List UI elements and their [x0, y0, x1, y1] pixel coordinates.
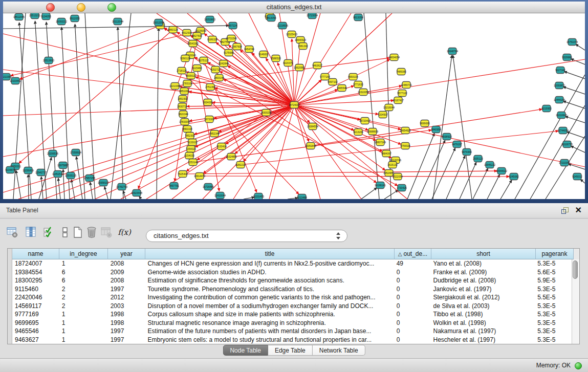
table-row[interactable]: 969969511998Structural magnetic resonanc… [12, 319, 573, 327]
column-header-title[interactable]: title [145, 249, 395, 259]
row-height-icon[interactable] [58, 225, 72, 239]
window-close-button[interactable] [46, 3, 55, 12]
network-node[interactable]: 10945222 [484, 162, 495, 168]
network-node[interactable]: 30112044 [112, 18, 123, 25]
network-node[interactable]: 8220371 [283, 60, 293, 67]
network-node[interactable]: 9777169 [320, 74, 330, 80]
column-header-short[interactable]: short [431, 249, 536, 259]
network-node[interactable]: 7625402 [178, 171, 188, 178]
network-node[interactable]: 19384554 [307, 123, 318, 130]
network-node[interactable]: 8912934 [182, 30, 192, 36]
network-node[interactable]: 9582108 [182, 126, 192, 133]
network-node[interactable]: 2522054 [393, 173, 403, 180]
network-node[interactable]: 18300295 [260, 110, 272, 116]
network-node[interactable]: 10688609 [367, 128, 378, 135]
network-node[interactable]: 10167427 [393, 97, 404, 104]
network-node[interactable]: 9577102 [397, 90, 407, 97]
network-node[interactable]: 10975887 [57, 162, 69, 169]
network-node[interactable]: 9474444 [462, 149, 472, 156]
table-row[interactable]: 2242004622012Investigating the contribut… [12, 293, 573, 302]
network-node[interactable]: 12744054 [557, 127, 569, 134]
network-node[interactable]: 9242848 [219, 60, 229, 67]
network-node[interactable]: 18731546 [226, 35, 237, 42]
table-row[interactable]: 946362711997Embryonic stem cells: a mode… [12, 336, 573, 344]
table-row[interactable]: 1938455462009Genome-wide association stu… [12, 268, 573, 277]
network-node[interactable]: 16543382 [187, 40, 199, 47]
network-node[interactable]: 9227342 [555, 67, 565, 74]
network-node[interactable]: 857224 [229, 23, 237, 29]
column-header-in_degree[interactable]: in_degree [59, 249, 108, 259]
window-minimize-button[interactable] [77, 3, 85, 12]
network-node[interactable]: 12444154 [554, 97, 565, 103]
network-node[interactable]: 9827503 [192, 33, 202, 39]
delete-rows-icon[interactable] [84, 225, 99, 239]
network-node[interactable]: 9245012 [572, 173, 582, 180]
network-node[interactable]: 2830711 [177, 103, 187, 110]
network-node[interactable]: 12218936 [277, 23, 288, 29]
network-node[interactable]: 16648784 [447, 48, 458, 55]
network-node[interactable]: 15723094 [307, 13, 318, 19]
new-table-icon[interactable] [71, 225, 85, 239]
network-node[interactable]: 13620991 [294, 64, 305, 71]
network-node[interactable]: 11156809 [23, 167, 34, 174]
network-node[interactable]: 11451514 [52, 171, 63, 178]
network-node[interactable]: 9134876 [5, 167, 15, 173]
network-node[interactable]: 9390123 [180, 55, 190, 62]
network-node[interactable]: 12325413 [286, 31, 297, 38]
table-row[interactable]: 946554611997Estimation of the future num… [12, 327, 573, 336]
network-node[interactable]: 15324851 [226, 154, 237, 160]
network-node[interactable]: 8813054 [266, 15, 276, 21]
network-node[interactable]: 16944022 [496, 168, 507, 174]
network-node[interactable]: 9146821 [258, 51, 269, 58]
network-node[interactable]: 1851902 [178, 96, 188, 102]
network-node[interactable]: 15751074 [567, 39, 578, 46]
network-node[interactable]: 20206536 [47, 150, 58, 157]
network-node[interactable]: 1873301 [204, 116, 214, 123]
network-node[interactable]: 19312055 [153, 19, 164, 26]
network-node[interactable]: 9884067 [381, 150, 391, 157]
network-node[interactable]: 16053803 [204, 16, 215, 23]
network-node[interactable]: 20513600 [43, 57, 54, 64]
network-node[interactable]: 12410044 [214, 192, 226, 199]
network-node[interactable]: 3820344 [178, 111, 188, 118]
network-node[interactable]: 2718126 [177, 68, 187, 74]
network-node[interactable]: 8912055 [70, 15, 80, 22]
table-row[interactable]: 911546021997Tourette syndrome. Phenomeno… [12, 285, 573, 294]
network-node[interactable]: 7254023 [186, 146, 196, 152]
table-selector-dropdown[interactable]: citations_edges.txt [146, 230, 347, 242]
column-header-name[interactable]: name [12, 249, 59, 259]
network-graph[interactable]: 7663822886012889129341522605398275038186… [3, 13, 585, 199]
network-node[interactable]: 8938923 [442, 134, 452, 140]
network-node[interactable]: 9133414 [216, 143, 227, 150]
network-node[interactable]: 9756928 [400, 143, 410, 149]
network-node[interactable]: 3839021 [186, 73, 196, 79]
tab-network-table[interactable]: Network Table [313, 345, 365, 356]
function-builder-icon[interactable]: f(x) [116, 225, 133, 239]
network-node[interactable]: 17957255 [84, 175, 95, 182]
column-header-year[interactable]: year [108, 249, 145, 259]
show-columns-icon[interactable] [24, 225, 38, 239]
network-node[interactable]: 9463627 [312, 62, 322, 69]
table-row[interactable]: 977716911998Corpus callosum shape and si… [12, 310, 573, 319]
network-node[interactable]: 16958107 [98, 180, 109, 186]
network-node[interactable]: 1783104 [182, 80, 192, 87]
network-node[interactable]: 8860128 [168, 27, 178, 33]
network-node[interactable]: 7852301 [185, 133, 195, 139]
network-node[interactable]: 20513211 [29, 13, 40, 19]
network-node[interactable]: 2935123 [473, 156, 483, 162]
network-node[interactable]: 6479197 [452, 141, 462, 148]
scrollbar-thumb[interactable] [573, 260, 578, 279]
network-window-titlebar[interactable]: citations_edges.txt [3, 2, 585, 13]
tab-edge-table[interactable]: Edge Table [268, 345, 313, 356]
network-node[interactable]: 9771633 [353, 81, 363, 88]
network-node[interactable]: 8215953 [541, 105, 552, 112]
network-node[interactable]: 9134055 [41, 13, 51, 20]
network-node[interactable]: 9115460 [192, 65, 202, 72]
network-node[interactable]: 2751363 [205, 84, 215, 91]
network-node[interactable]: 1581302 [298, 43, 308, 50]
network-node[interactable]: 17359924 [70, 149, 81, 156]
network-node[interactable]: 12213389 [169, 83, 181, 90]
network-node[interactable]: 17210345 [559, 160, 570, 166]
network-hub-node[interactable]: 18724007 [289, 102, 300, 108]
select-rows-icon[interactable] [41, 225, 56, 239]
